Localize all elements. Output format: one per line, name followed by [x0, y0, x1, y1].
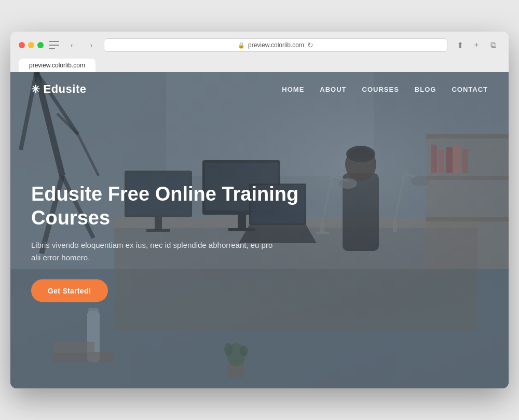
website-content: ✳ Edusite HOME ABOUT COURSES BLOG CONTAC…: [10, 72, 509, 388]
logo-text: Edusite: [44, 82, 87, 96]
back-button[interactable]: ‹: [64, 39, 79, 51]
sidebar-toggle-button[interactable]: [49, 41, 59, 49]
navigation: ✳ Edusite HOME ABOUT COURSES BLOG CONTAC…: [10, 72, 509, 106]
traffic-lights: [19, 42, 44, 48]
browser-window: ‹ › 🔒 preview.colorlib.com ↻ ⬆ + ⧉ previ…: [10, 32, 509, 388]
new-tab-button[interactable]: +: [469, 39, 484, 51]
lock-icon: 🔒: [238, 42, 245, 49]
maximize-button[interactable]: [37, 42, 44, 48]
hero-title: Edusite Free Online Training Courses: [31, 183, 322, 230]
nav-courses[interactable]: COURSES: [362, 86, 399, 93]
browser-actions: ⬆ + ⧉: [453, 39, 500, 51]
url-text: preview.colorlib.com: [248, 41, 304, 49]
cta-button[interactable]: Get Started!: [31, 279, 108, 302]
address-bar[interactable]: 🔒 preview.colorlib.com ↻: [104, 38, 447, 52]
tab-bar: preview.colorlib.com: [19, 58, 500, 72]
browser-controls: [49, 41, 59, 49]
tab-label: preview.colorlib.com: [29, 62, 85, 69]
minimize-button[interactable]: [28, 42, 34, 48]
nav-home[interactable]: HOME: [282, 86, 304, 93]
browser-chrome: ‹ › 🔒 preview.colorlib.com ↻ ⬆ + ⧉ previ…: [10, 32, 509, 72]
close-button[interactable]: [19, 42, 25, 48]
forward-button[interactable]: ›: [84, 39, 99, 51]
logo-icon: ✳: [31, 83, 40, 95]
share-button[interactable]: ⬆: [453, 39, 467, 51]
hero-subtitle: Libris vivendo eloquentiam ex ius, nec i…: [31, 239, 280, 264]
nav-contact[interactable]: CONTACT: [452, 86, 488, 93]
browser-toolbar: ‹ › 🔒 preview.colorlib.com ↻ ⬆ + ⧉: [19, 37, 500, 53]
hero-section: ✳ Edusite HOME ABOUT COURSES BLOG CONTAC…: [10, 72, 509, 388]
nav-about[interactable]: ABOUT: [320, 86, 346, 93]
active-tab[interactable]: preview.colorlib.com: [19, 59, 95, 72]
nav-links: HOME ABOUT COURSES BLOG CONTACT: [282, 86, 488, 93]
refresh-button[interactable]: ↻: [307, 41, 313, 49]
tabs-button[interactable]: ⧉: [486, 39, 500, 51]
logo[interactable]: ✳ Edusite: [31, 82, 86, 96]
hero-content: Edusite Free Online Training Courses Lib…: [31, 183, 322, 302]
nav-blog[interactable]: BLOG: [415, 86, 436, 93]
